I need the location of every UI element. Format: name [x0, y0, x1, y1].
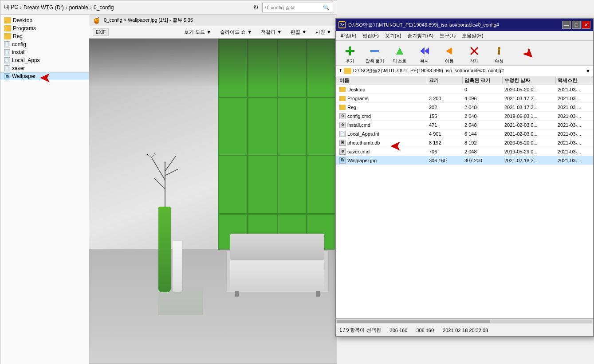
file-name-cell: 📄 Local_Apps.ini: [338, 131, 427, 137]
col-size[interactable]: 크기: [427, 77, 463, 84]
edit-button[interactable]: 편집 ▼: [289, 28, 308, 36]
photo-button[interactable]: 사진 ▼: [314, 28, 333, 36]
toolbar-delete-button[interactable]: 삭제: [463, 43, 486, 64]
slideshow-button[interactable]: 슬라이드 쇼 ▼: [218, 28, 254, 36]
file-size: 3 200: [427, 96, 463, 101]
address-dropdown[interactable]: ▼: [586, 68, 590, 74]
file-accessed: 2021-03-...: [556, 158, 591, 163]
zip-list-row[interactable]: ⚙ saver.cmd 706 2 048 2019-05-29 0... 20…: [336, 147, 593, 156]
zip-horizontal-scroll[interactable]: [336, 318, 593, 324]
ceiling-shadow: [89, 39, 337, 87]
sidebar-item-reg[interactable]: Reg: [0, 32, 89, 40]
zip-icon-text: 7z: [339, 22, 345, 27]
file-accessed: 2021-03-...: [556, 114, 591, 119]
sofa-leg-right: [316, 291, 319, 297]
sidebar-item-programs[interactable]: Programs: [0, 24, 89, 32]
svg-marker-10: [396, 47, 403, 55]
folder-icon: [4, 17, 11, 23]
zip-file-list[interactable]: 이름 크기 압축된 크기 수정한 날짜 액세스한 Desktop 0 2020-…: [336, 76, 593, 324]
sidebar-label: Wallpaper: [12, 73, 36, 79]
zip-list-row[interactable]: ⚙ install.cmd 471 2 048 2021-02-03 0... …: [336, 121, 593, 129]
zip-list-row[interactable]: 🗄 photothumb.db 8 192 8 192 2020-05-20 0…: [336, 138, 593, 147]
refresh-icon[interactable]: ↻: [253, 4, 259, 11]
file-accessed: 2021-03-...: [556, 140, 591, 145]
sidebar-item-config[interactable]: 📄 config: [0, 40, 89, 48]
svg-line-1: [152, 158, 165, 180]
file-compressed: 2 048: [463, 122, 503, 128]
menu-view[interactable]: 보기(V): [382, 31, 404, 40]
zip-close-button[interactable]: ✕: [582, 21, 590, 29]
col-compressed[interactable]: 압축된 크기: [463, 77, 503, 84]
zip-list-row[interactable]: ⚙ config.cmd 155 2 048 2019-06-03 1... 2…: [336, 112, 593, 121]
file-compressed: 307 200: [463, 158, 503, 163]
up-button[interactable]: ⬆: [338, 68, 342, 74]
sidebar-item-saver[interactable]: 📄 saver: [0, 64, 89, 72]
sidebar-label: Local_Apps: [12, 57, 40, 63]
exif-button[interactable]: EXIF: [93, 28, 109, 36]
file-name-cell: 🖼 Wallpaper.jpg: [338, 157, 427, 164]
zip-maximize-button[interactable]: □: [572, 21, 581, 29]
col-modified[interactable]: 수정한 날짜: [503, 77, 556, 84]
file-compressed: 6 144: [463, 131, 503, 137]
view-mode-button[interactable]: 보기 모드 ▼: [182, 28, 213, 36]
bookmark-label: 책갈피 ▼: [261, 29, 282, 35]
sidebar-label: Programs: [13, 25, 36, 31]
zip-window: 7z D:\ISO만들기\MTUI-OUT_PE(19043.899)_iso.…: [335, 18, 594, 337]
svg-line-3: [154, 178, 165, 189]
toolbar-copy-button[interactable]: 복사: [413, 43, 436, 64]
properties-icon: [493, 45, 505, 57]
toolbar-move-button[interactable]: 이동: [438, 43, 461, 64]
svg-line-6: [152, 153, 155, 158]
sofa-leg-left: [235, 291, 239, 297]
path-pc[interactable]: 내 PC: [4, 4, 18, 11]
zip-list-row-wallpaper[interactable]: 🖼 Wallpaper.jpg 306 160 307 200 2021-02-…: [336, 156, 593, 165]
delete-label: 삭제: [470, 58, 479, 64]
zip-list-row[interactable]: Reg 202 2 048 2021-03-17 2... 2021-03-..…: [336, 103, 593, 112]
scroll-thumb[interactable]: [337, 320, 490, 323]
file-name: saver.cmd: [347, 149, 370, 154]
col-name[interactable]: 이름: [338, 77, 427, 84]
menu-edit[interactable]: 편집(E): [360, 31, 382, 40]
search-box[interactable]: 🔍: [262, 3, 333, 12]
zip-titlebar: 7z D:\ISO만들기\MTUI-OUT_PE(19043.899)_iso.…: [336, 19, 593, 31]
file-icon: ⚙: [339, 113, 346, 119]
move-icon: [443, 45, 456, 57]
status-compressed-text: 306 160: [416, 328, 434, 333]
search-input[interactable]: [265, 5, 323, 10]
explorer-window: 내 PC › Dream WTG (D:) › portable › 0_con…: [0, 0, 337, 364]
file-compressed: 4 096: [463, 96, 503, 101]
zip-titlebar-buttons: — □ ✕: [562, 21, 590, 29]
zip-list-row[interactable]: Desktop 0 2020-05-20 0... 2021-03-...: [336, 85, 593, 94]
bookmark-button[interactable]: 책갈피 ▼: [259, 28, 283, 36]
menu-favorites[interactable]: 즐겨찾기(A): [405, 31, 436, 40]
sidebar-item-install[interactable]: 📄 install: [0, 48, 89, 56]
add-label: 추가: [346, 58, 354, 64]
sofa-back: [230, 234, 324, 260]
menu-file[interactable]: 파일(F): [338, 31, 359, 40]
sidebar-item-local-apps[interactable]: 📄 Local_Apps: [0, 56, 89, 64]
path-current[interactable]: 0_config: [94, 4, 114, 11]
zip-list-header: 이름 크기 압축된 크기 수정한 날짜 액세스한: [336, 76, 593, 85]
path-folder[interactable]: portable: [69, 4, 88, 11]
zip-list-row[interactable]: 📄 Local_Apps.ini 4 901 6 144 2021-02-03 …: [336, 129, 593, 138]
file-modified: 2021-03-17 2...: [503, 96, 556, 101]
path-drive[interactable]: Dream WTG (D:): [24, 4, 64, 11]
slideshow-label: 슬라이드 쇼 ▼: [220, 29, 252, 35]
sidebar-item-wallpaper[interactable]: 🖼 Wallpaper: [0, 72, 89, 80]
zip-list-row[interactable]: Programs 3 200 4 096 2021-03-17 2... 202…: [336, 94, 593, 103]
menu-tools[interactable]: 도구(T): [437, 31, 458, 40]
file-name-cell: Programs: [338, 96, 427, 101]
toolbar-test-button[interactable]: 테스트: [388, 43, 411, 64]
svg-line-5: [147, 154, 152, 158]
copy-label: 복사: [420, 58, 429, 64]
menu-help[interactable]: 도움말(H): [459, 31, 486, 40]
file-modified: 2021-02-03 0...: [503, 122, 556, 128]
toolbar-extract-button[interactable]: 압축 풀기: [363, 43, 386, 64]
zip-minimize-button[interactable]: —: [562, 21, 571, 29]
properties-label: 속성: [495, 58, 504, 64]
file-name: Programs: [347, 96, 369, 101]
sidebar-item-desktop[interactable]: Desktop: [0, 16, 89, 24]
toolbar-add-button[interactable]: 추가: [338, 43, 362, 64]
toolbar-properties-button[interactable]: 속성: [488, 43, 511, 64]
col-accessed[interactable]: 액세스한: [556, 77, 591, 84]
